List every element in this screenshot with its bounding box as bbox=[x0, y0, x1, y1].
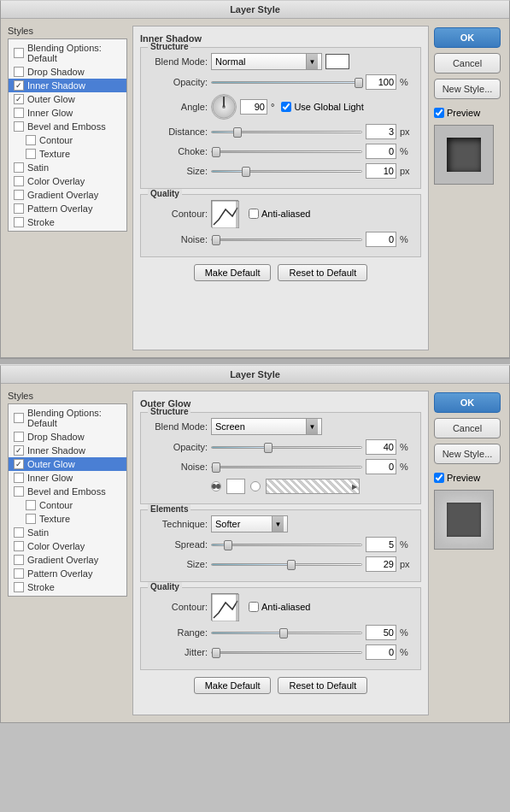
checkbox-inner-shadow[interactable]: ✓ bbox=[14, 80, 24, 91]
distance-track-1[interactable] bbox=[211, 131, 362, 133]
styles-item-color-overlay[interactable]: Color Overlay bbox=[9, 174, 126, 188]
styles-item-satin-2[interactable]: Satin bbox=[9, 526, 126, 539]
noise-slider-structure-2[interactable] bbox=[211, 466, 362, 468]
opacity-slider-track-2[interactable] bbox=[211, 446, 362, 449]
choke-input-1[interactable] bbox=[366, 144, 396, 159]
styles-item-stroke-2[interactable]: Stroke bbox=[9, 580, 126, 594]
checkbox-contour[interactable] bbox=[26, 135, 36, 145]
checkbox-blending[interactable] bbox=[14, 48, 24, 58]
checkbox-satin-2[interactable] bbox=[14, 527, 24, 538]
noise-track-1[interactable] bbox=[211, 238, 362, 241]
spread-input-2[interactable] bbox=[366, 537, 396, 552]
distance-thumb-1[interactable] bbox=[233, 127, 242, 138]
make-default-button-1[interactable]: Make Default bbox=[194, 264, 272, 281]
preview-checkbox-2[interactable] bbox=[434, 473, 444, 483]
size-track-2[interactable] bbox=[211, 563, 362, 566]
spread-thumb-2[interactable] bbox=[224, 540, 232, 550]
size-thumb-1[interactable] bbox=[242, 167, 250, 177]
checkbox-inner-glow-2[interactable] bbox=[14, 473, 24, 483]
choke-slider-1[interactable] bbox=[211, 150, 362, 153]
radio-solid-2[interactable] bbox=[211, 481, 221, 491]
checkbox-blending-2[interactable] bbox=[14, 413, 24, 423]
checkbox-pattern-overlay-2[interactable] bbox=[14, 568, 24, 579]
checkbox-bevel-emboss[interactable] bbox=[14, 121, 24, 132]
spread-slider-2[interactable] bbox=[211, 544, 362, 546]
opacity-slider-1[interactable] bbox=[211, 81, 362, 84]
noise-thumb-structure-2[interactable] bbox=[212, 462, 220, 473]
styles-item-blending-2[interactable]: Blending Options: Default bbox=[9, 406, 126, 430]
styles-item-contour[interactable]: Contour bbox=[9, 133, 126, 147]
checkbox-color-overlay[interactable] bbox=[14, 176, 24, 186]
opacity-thumb-2[interactable] bbox=[264, 443, 273, 453]
jitter-track-2[interactable] bbox=[211, 651, 362, 654]
checkbox-inner-glow[interactable] bbox=[14, 108, 24, 118]
styles-item-outer-glow-2[interactable]: ✓ Outer Glow bbox=[9, 457, 126, 471]
checkbox-texture-2[interactable] bbox=[26, 514, 36, 524]
opacity-thumb-1[interactable] bbox=[355, 78, 363, 88]
size-slider-2[interactable] bbox=[211, 563, 362, 566]
size-input-1[interactable] bbox=[366, 163, 396, 179]
styles-item-inner-shadow[interactable]: ✓ Inner Shadow bbox=[9, 79, 126, 92]
distance-input-1[interactable] bbox=[366, 124, 396, 139]
checkbox-gradient-overlay-2[interactable] bbox=[14, 555, 24, 565]
make-default-button-2[interactable]: Make Default bbox=[194, 677, 272, 694]
use-global-light-checkbox-1[interactable] bbox=[281, 102, 291, 112]
styles-item-gradient-overlay[interactable]: Gradient Overlay bbox=[9, 188, 126, 202]
angle-input-1[interactable] bbox=[240, 99, 267, 115]
checkbox-outer-glow-2[interactable]: ✓ bbox=[14, 459, 24, 469]
range-slider-2[interactable] bbox=[211, 632, 362, 634]
noise-input-1[interactable] bbox=[366, 232, 396, 247]
checkbox-gradient-overlay[interactable] bbox=[14, 190, 24, 200]
gradient-swatch-2[interactable] bbox=[266, 479, 360, 494]
styles-item-contour-2[interactable]: Contour bbox=[9, 498, 126, 512]
size-slider-1[interactable] bbox=[211, 170, 362, 173]
range-track-2[interactable] bbox=[211, 632, 362, 634]
styles-item-inner-shadow-2[interactable]: ✓ Inner Shadow bbox=[9, 444, 126, 457]
blend-color-box-1[interactable] bbox=[325, 54, 349, 69]
jitter-thumb-2[interactable] bbox=[212, 648, 220, 658]
range-thumb-2[interactable] bbox=[279, 628, 288, 638]
radio-gradient-2[interactable] bbox=[250, 481, 261, 491]
styles-item-satin[interactable]: Satin bbox=[9, 161, 126, 174]
technique-select-2[interactable]: Softer ▼ bbox=[211, 515, 288, 533]
cancel-button-2[interactable]: Cancel bbox=[434, 418, 501, 438]
new-style-button-2[interactable]: New Style... bbox=[434, 444, 501, 464]
angle-dial-1[interactable] bbox=[211, 94, 237, 120]
checkbox-outer-glow[interactable]: ✓ bbox=[14, 94, 24, 104]
checkbox-texture[interactable] bbox=[26, 149, 36, 159]
opacity-input-1[interactable] bbox=[366, 74, 396, 90]
cancel-button-1[interactable]: Cancel bbox=[434, 53, 501, 74]
spread-track-2[interactable] bbox=[211, 544, 362, 546]
styles-item-texture[interactable]: Texture bbox=[9, 147, 126, 161]
checkbox-drop-shadow-2[interactable] bbox=[14, 432, 24, 442]
styles-item-drop-shadow[interactable]: Drop Shadow bbox=[9, 65, 126, 79]
contour-thumbnail-1[interactable] bbox=[211, 200, 238, 227]
contour-thumbnail-2[interactable] bbox=[211, 593, 238, 621]
checkbox-bevel-emboss-2[interactable] bbox=[14, 486, 24, 497]
checkbox-stroke-2[interactable] bbox=[14, 582, 24, 592]
new-style-button-1[interactable]: New Style... bbox=[434, 79, 501, 99]
noise-track-structure-2[interactable] bbox=[211, 466, 362, 468]
styles-item-stroke[interactable]: Stroke bbox=[9, 215, 126, 229]
noise-thumb-1[interactable] bbox=[212, 235, 220, 245]
styles-item-pattern-overlay-2[interactable]: Pattern Overlay bbox=[9, 567, 126, 580]
jitter-input-2[interactable] bbox=[366, 644, 396, 660]
noise-slider-1[interactable] bbox=[211, 238, 362, 241]
styles-item-drop-shadow-2[interactable]: Drop Shadow bbox=[9, 430, 126, 444]
styles-item-color-overlay-2[interactable]: Color Overlay bbox=[9, 539, 126, 553]
checkbox-color-overlay-2[interactable] bbox=[14, 541, 24, 551]
noise-input-structure-2[interactable] bbox=[366, 459, 396, 474]
checkbox-stroke[interactable] bbox=[14, 217, 24, 227]
anti-aliased-checkbox-1[interactable] bbox=[249, 209, 259, 219]
checkbox-contour-2[interactable] bbox=[26, 500, 36, 510]
reset-to-default-button-2[interactable]: Reset to Default bbox=[278, 677, 367, 694]
range-input-2[interactable] bbox=[366, 625, 396, 640]
styles-item-outer-glow[interactable]: ✓ Outer Glow bbox=[9, 92, 126, 106]
preview-checkbox-1[interactable] bbox=[434, 108, 444, 118]
styles-item-bevel-emboss[interactable]: Bevel and Emboss bbox=[9, 120, 126, 133]
styles-item-bevel-emboss-2[interactable]: Bevel and Emboss bbox=[9, 485, 126, 498]
styles-item-inner-glow[interactable]: Inner Glow bbox=[9, 106, 126, 120]
size-thumb-2[interactable] bbox=[287, 560, 296, 570]
ok-button-2[interactable]: OK bbox=[434, 392, 501, 413]
ok-button-1[interactable]: OK bbox=[434, 27, 501, 48]
